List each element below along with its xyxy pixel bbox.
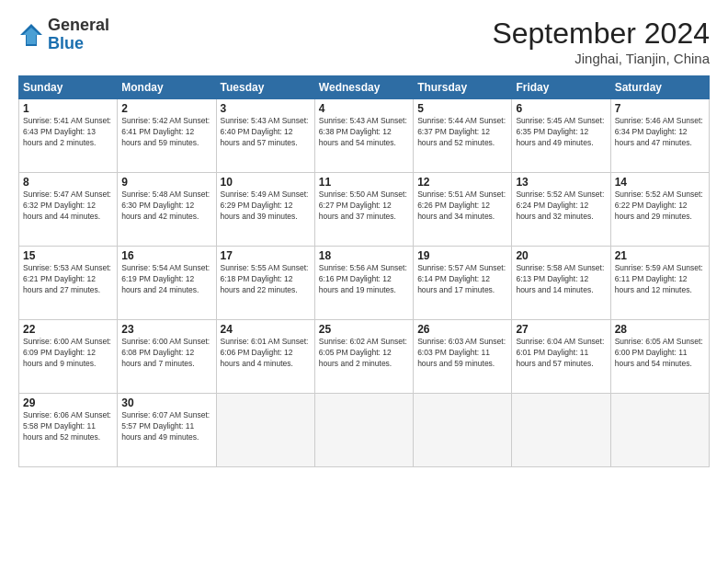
table-cell: 6Sunrise: 5:45 AM Sunset: 6:35 PM Daylig… (512, 99, 610, 173)
header: General Blue September 2024 Jinghai, Tia… (18, 17, 710, 66)
day-number: 26 (417, 323, 507, 336)
day-number: 16 (121, 249, 211, 262)
day-number: 3 (221, 102, 311, 115)
col-friday: Friday (512, 76, 610, 99)
table-cell: 12Sunrise: 5:51 AM Sunset: 6:26 PM Dayli… (414, 173, 512, 247)
logo-icon (18, 22, 44, 48)
location-subtitle: Jinghai, Tianjin, China (492, 51, 710, 66)
day-number: 12 (417, 176, 507, 189)
day-number: 11 (319, 176, 409, 189)
table-cell: 26Sunrise: 6:03 AM Sunset: 6:03 PM Dayli… (414, 320, 512, 394)
table-cell: 22Sunrise: 6:00 AM Sunset: 6:09 PM Dayli… (19, 320, 118, 394)
day-info: Sunrise: 5:55 AM Sunset: 6:18 PM Dayligh… (221, 263, 311, 296)
day-number: 25 (319, 323, 409, 336)
day-info: Sunrise: 5:41 AM Sunset: 6:43 PM Dayligh… (23, 116, 113, 149)
table-cell (216, 394, 314, 467)
table-row: 1Sunrise: 5:41 AM Sunset: 6:43 PM Daylig… (19, 99, 710, 173)
day-info: Sunrise: 5:45 AM Sunset: 6:35 PM Dayligh… (516, 116, 606, 149)
day-number: 18 (319, 249, 409, 262)
day-info: Sunrise: 5:59 AM Sunset: 6:11 PM Dayligh… (615, 263, 705, 296)
table-cell: 10Sunrise: 5:49 AM Sunset: 6:29 PM Dayli… (216, 173, 314, 247)
header-row: Sunday Monday Tuesday Wednesday Thursday… (19, 76, 710, 99)
table-cell: 18Sunrise: 5:56 AM Sunset: 6:16 PM Dayli… (314, 247, 413, 320)
table-cell: 5Sunrise: 5:44 AM Sunset: 6:37 PM Daylig… (414, 99, 512, 173)
day-number: 22 (23, 323, 113, 336)
table-cell: 9Sunrise: 5:48 AM Sunset: 6:30 PM Daylig… (118, 173, 216, 247)
table-cell: 27Sunrise: 6:04 AM Sunset: 6:01 PM Dayli… (512, 320, 610, 394)
calendar-table: Sunday Monday Tuesday Wednesday Thursday… (18, 75, 710, 467)
col-thursday: Thursday (414, 76, 512, 99)
day-info: Sunrise: 5:53 AM Sunset: 6:21 PM Dayligh… (23, 263, 113, 296)
day-info: Sunrise: 5:52 AM Sunset: 6:22 PM Dayligh… (615, 190, 705, 223)
day-info: Sunrise: 5:51 AM Sunset: 6:26 PM Dayligh… (417, 190, 507, 223)
logo: General Blue (18, 17, 109, 53)
table-cell: 17Sunrise: 5:55 AM Sunset: 6:18 PM Dayli… (216, 247, 314, 320)
day-info: Sunrise: 5:54 AM Sunset: 6:19 PM Dayligh… (121, 263, 211, 296)
day-number: 14 (615, 176, 705, 189)
table-cell: 29Sunrise: 6:06 AM Sunset: 5:58 PM Dayli… (19, 394, 118, 467)
day-info: Sunrise: 6:03 AM Sunset: 6:03 PM Dayligh… (417, 337, 507, 370)
day-info: Sunrise: 5:57 AM Sunset: 6:14 PM Dayligh… (417, 263, 507, 296)
day-number: 9 (121, 176, 211, 189)
day-info: Sunrise: 6:06 AM Sunset: 5:58 PM Dayligh… (23, 410, 113, 443)
day-number: 4 (319, 102, 409, 115)
day-number: 17 (221, 249, 311, 262)
table-cell (610, 394, 709, 467)
day-info: Sunrise: 5:52 AM Sunset: 6:24 PM Dayligh… (516, 190, 606, 223)
table-cell: 28Sunrise: 6:05 AM Sunset: 6:00 PM Dayli… (610, 320, 709, 394)
day-info: Sunrise: 6:04 AM Sunset: 6:01 PM Dayligh… (516, 337, 606, 370)
day-number: 30 (121, 396, 211, 409)
table-cell: 23Sunrise: 6:00 AM Sunset: 6:08 PM Dayli… (118, 320, 216, 394)
table-cell: 14Sunrise: 5:52 AM Sunset: 6:22 PM Dayli… (610, 173, 709, 247)
day-info: Sunrise: 5:47 AM Sunset: 6:32 PM Dayligh… (23, 190, 113, 223)
day-info: Sunrise: 5:43 AM Sunset: 6:40 PM Dayligh… (221, 116, 311, 149)
table-cell: 3Sunrise: 5:43 AM Sunset: 6:40 PM Daylig… (216, 99, 314, 173)
table-cell: 2Sunrise: 5:42 AM Sunset: 6:41 PM Daylig… (118, 99, 216, 173)
day-number: 24 (221, 323, 311, 336)
day-number: 20 (516, 249, 606, 262)
day-number: 10 (221, 176, 311, 189)
col-tuesday: Tuesday (216, 76, 314, 99)
day-number: 19 (417, 249, 507, 262)
day-number: 5 (417, 102, 507, 115)
day-number: 28 (615, 323, 705, 336)
table-cell: 16Sunrise: 5:54 AM Sunset: 6:19 PM Dayli… (118, 247, 216, 320)
table-cell: 25Sunrise: 6:02 AM Sunset: 6:05 PM Dayli… (314, 320, 413, 394)
col-saturday: Saturday (610, 76, 709, 99)
logo-text: General Blue (48, 17, 109, 53)
table-cell: 11Sunrise: 5:50 AM Sunset: 6:27 PM Dayli… (314, 173, 413, 247)
table-cell: 20Sunrise: 5:58 AM Sunset: 6:13 PM Dayli… (512, 247, 610, 320)
day-number: 6 (516, 102, 606, 115)
day-number: 8 (23, 176, 113, 189)
month-title: September 2024 (492, 17, 710, 51)
day-info: Sunrise: 6:00 AM Sunset: 6:08 PM Dayligh… (121, 337, 211, 370)
table-row: 15Sunrise: 5:53 AM Sunset: 6:21 PM Dayli… (19, 247, 710, 320)
day-info: Sunrise: 5:58 AM Sunset: 6:13 PM Dayligh… (516, 263, 606, 296)
col-wednesday: Wednesday (314, 76, 413, 99)
day-info: Sunrise: 5:56 AM Sunset: 6:16 PM Dayligh… (319, 263, 409, 296)
calendar-page: General Blue September 2024 Jinghai, Tia… (0, 0, 728, 563)
day-number: 15 (23, 249, 113, 262)
col-monday: Monday (118, 76, 216, 99)
day-number: 1 (23, 102, 113, 115)
day-number: 23 (121, 323, 211, 336)
day-number: 29 (23, 396, 113, 409)
table-row: 29Sunrise: 6:06 AM Sunset: 5:58 PM Dayli… (19, 394, 710, 467)
table-cell: 30Sunrise: 6:07 AM Sunset: 5:57 PM Dayli… (118, 394, 216, 467)
table-cell: 4Sunrise: 5:43 AM Sunset: 6:38 PM Daylig… (314, 99, 413, 173)
table-row: 8Sunrise: 5:47 AM Sunset: 6:32 PM Daylig… (19, 173, 710, 247)
day-info: Sunrise: 5:48 AM Sunset: 6:30 PM Dayligh… (121, 190, 211, 223)
day-info: Sunrise: 6:05 AM Sunset: 6:00 PM Dayligh… (615, 337, 705, 370)
day-info: Sunrise: 5:49 AM Sunset: 6:29 PM Dayligh… (221, 190, 311, 223)
table-cell: 8Sunrise: 5:47 AM Sunset: 6:32 PM Daylig… (19, 173, 118, 247)
table-cell: 1Sunrise: 5:41 AM Sunset: 6:43 PM Daylig… (19, 99, 118, 173)
table-cell: 13Sunrise: 5:52 AM Sunset: 6:24 PM Dayli… (512, 173, 610, 247)
day-info: Sunrise: 5:43 AM Sunset: 6:38 PM Dayligh… (319, 116, 409, 149)
day-info: Sunrise: 6:07 AM Sunset: 5:57 PM Dayligh… (121, 410, 211, 443)
day-number: 27 (516, 323, 606, 336)
table-row: 22Sunrise: 6:00 AM Sunset: 6:09 PM Dayli… (19, 320, 710, 394)
day-info: Sunrise: 6:00 AM Sunset: 6:09 PM Dayligh… (23, 337, 113, 370)
table-cell: 7Sunrise: 5:46 AM Sunset: 6:34 PM Daylig… (610, 99, 709, 173)
table-cell (414, 394, 512, 467)
day-info: Sunrise: 6:02 AM Sunset: 6:05 PM Dayligh… (319, 337, 409, 370)
